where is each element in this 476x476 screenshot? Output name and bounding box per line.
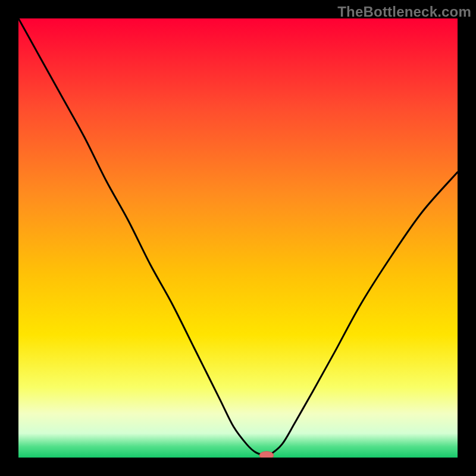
chart-frame: TheBottleneck.com [0, 0, 476, 476]
chart-svg [18, 18, 458, 458]
gradient-background [18, 18, 458, 458]
bottleneck-marker [259, 452, 274, 458]
plot-area [18, 18, 458, 458]
watermark-text: TheBottleneck.com [337, 4, 471, 20]
